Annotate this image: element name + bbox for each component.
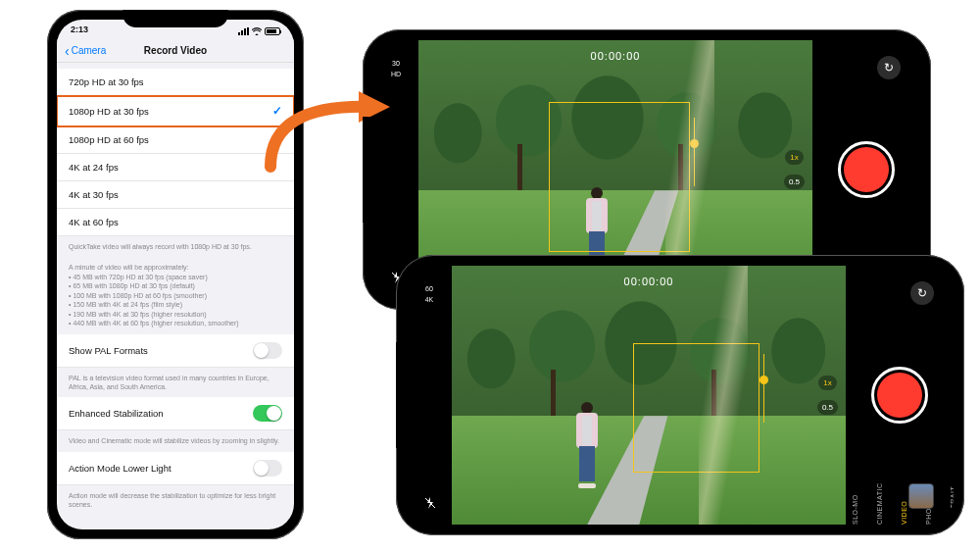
zoom-controls[interactable]: 1x 0.5 [784,150,805,189]
option-label: 1080p HD at 60 fps [69,134,149,145]
resolution-option[interactable]: 4K at 30 fps [57,181,294,209]
resolution-option[interactable]: 720p HD at 30 fps [57,69,294,96]
subject [570,402,604,488]
back-label: Camera [72,45,107,56]
mode-slomo[interactable]: SLO-MO [852,266,858,525]
resolution-option[interactable]: 1080p HD at 60 fps [57,126,294,154]
action-mode-toggle[interactable] [253,460,282,477]
mode-cinematic[interactable]: CINEMATIC [876,266,883,525]
option-label: 4K at 60 fps [69,217,119,227]
zoom-1x[interactable]: 1x [785,150,803,165]
size-note-item: • 440 MB with 4K at 60 fps (higher resol… [69,319,282,327]
fps-badge[interactable]: 30 [392,60,400,67]
resolution-list: 720p HD at 30 fps 1080p HD at 30 fps ✓ 1… [57,69,294,236]
notch [122,10,228,27]
zoom-1x[interactable]: 1x [818,376,836,390]
recording-timer: 00:00:00 [624,276,674,287]
enhanced-stabilization-row[interactable]: Enhanced Stabilization [57,397,294,430]
exposure-slider[interactable] [763,354,764,423]
resolution-option[interactable]: 4K at 60 fps [57,209,294,236]
nav-bar: ‹ Camera Record Video [57,39,294,63]
size-note-item: • 190 MB with 4K at 30 fps (higher resol… [69,310,282,319]
zoom-controls[interactable]: 1x 0.5 [817,376,838,415]
option-label: 4K at 24 fps [69,162,119,173]
focus-indicator [549,102,691,252]
chevron-left-icon: ‹ [65,43,70,59]
camera-right-controls: SLO-MO CINEMATIC VIDEO PHOTO PORTRAIT ↻ [846,266,954,525]
setting-label: Action Mode Lower Light [69,463,172,474]
settings-screen: 2:13 ‹ Camera Record Video 720p HD at 30… [57,20,294,529]
flash-off-icon [424,497,436,509]
resolution-option[interactable]: 4K at 24 fps [57,154,294,181]
option-label: 1080p HD at 30 fps [69,106,149,117]
setting-label: Show PAL Formats [69,345,148,356]
recording-timer: 00:00:00 [591,50,641,62]
resolution-option-selected[interactable]: 1080p HD at 30 fps ✓ [57,96,294,126]
resolution-badge[interactable]: 4K [425,296,434,303]
fps-badge[interactable]: 60 [425,285,433,292]
page-title: Record Video [144,45,207,56]
camera-screen-bottom: 60 4K ‹ 00:00:00 [407,266,954,525]
flip-camera-button[interactable]: ↻ [910,281,934,305]
camera-viewport[interactable]: 00:00:00 1x 0.5 [452,266,846,525]
size-note-item: • 100 MB with 1080p HD at 60 fps (smooth… [69,291,282,300]
last-photo-thumbnail[interactable] [908,483,934,509]
size-note-item: • 45 MB with 720p HD at 30 fps (space sa… [69,273,282,281]
option-label: 4K at 30 fps [69,189,119,200]
action-mode-lower-light-row[interactable]: Action Mode Lower Light [57,452,294,485]
battery-icon [265,27,280,35]
flip-icon: ↻ [917,286,927,300]
settings-phone-frame: 2:13 ‹ Camera Record Video 720p HD at 30… [47,10,304,539]
setting-label: Enhanced Stabilization [69,408,164,419]
size-note-header: A minute of video will be approximately: [69,263,282,272]
resolution-badge[interactable]: HD [391,71,401,77]
clock: 2:13 [71,25,88,37]
action-note: Action mode will decrease the stabilizat… [57,485,294,516]
exposure-slider[interactable] [694,118,695,186]
mode-portrait[interactable]: PORTRAIT [950,266,954,525]
cellular-icon [238,27,249,35]
camera-modes[interactable]: SLO-MO CINEMATIC VIDEO PHOTO PORTRAIT [852,266,954,525]
notch [396,342,414,448]
flash-button[interactable] [424,497,436,511]
flip-icon: ↻ [884,61,894,75]
size-note-item: • 150 MB with 4K at 24 fps (film style) [69,300,282,309]
status-icons [238,25,280,37]
camera-phone-frame-bottom: 60 4K ‹ 00:00:00 [396,255,964,535]
size-note-item: • 65 MB with 1080p HD at 30 fps (default… [69,281,282,290]
focus-indicator [633,343,760,473]
back-button[interactable]: ‹ Camera [65,43,106,59]
size-notes: A minute of video will be approximately:… [57,257,294,333]
show-pal-formats-row[interactable]: Show PAL Formats [57,334,294,368]
wifi-icon [252,27,262,35]
flip-camera-button[interactable]: ↻ [877,56,901,79]
mode-video[interactable]: VIDEO [901,266,907,525]
stab-note: Video and Cinematic mode will stabilize … [57,430,294,451]
stabilization-toggle[interactable] [253,405,282,422]
option-label: 720p HD at 30 fps [69,76,144,87]
quicktake-note: QuickTake video will always record with … [57,236,294,257]
pal-toggle[interactable] [253,342,282,359]
notch [363,117,380,223]
zoom-0.5[interactable]: 0.5 [784,175,805,189]
pal-note: PAL is a television video format used in… [57,368,294,398]
zoom-0.5[interactable]: 0.5 [817,400,838,415]
